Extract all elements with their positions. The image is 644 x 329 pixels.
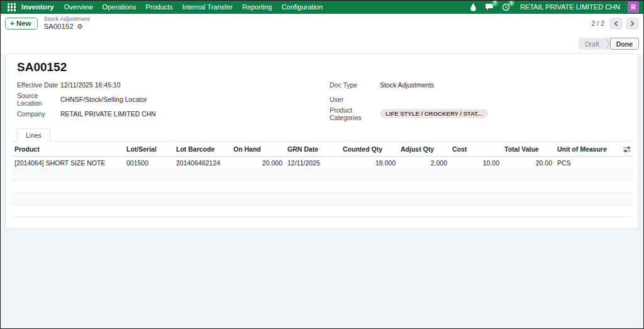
tab-lines[interactable]: Lines [17, 128, 50, 142]
status-done[interactable]: Done [610, 38, 639, 50]
field-company: Company RETAIL PRIVATE LIMITED CHN [17, 106, 330, 121]
menu-configuration[interactable]: Configuration [282, 3, 323, 11]
breadcrumb-current: SA00152 ⚙ [44, 23, 90, 31]
col-on-hand[interactable]: On Hand [231, 142, 285, 157]
cell-grn-date: 12/11/2025 [285, 157, 340, 169]
cell-uom: PCS [555, 157, 621, 169]
record-name: SA00152 [44, 23, 74, 31]
menu-internal-transfer[interactable]: Internal Transfer [182, 3, 233, 11]
notebook: Lines Product Lot/Serial Lot Barcode On … [12, 128, 632, 217]
menu-operations[interactable]: Operations [103, 3, 136, 11]
cell-lot-serial: 001500 [124, 157, 174, 169]
statusbar: Draft Done [579, 38, 639, 50]
breadcrumb: Stock Adjustment SA00152 ⚙ [44, 16, 90, 30]
col-product[interactable]: Product [12, 142, 124, 157]
empty-row [12, 181, 633, 193]
company-switcher[interactable]: RETAIL PRIVATE LIMITED CHN [520, 3, 620, 11]
col-counted-qty[interactable]: Counted Qty [340, 142, 398, 157]
cell-cost: 10.00 [450, 157, 502, 169]
messages-badge: 7 [492, 0, 498, 6]
plus-icon: + [10, 20, 14, 27]
control-panel: + New Stock Adjustment SA00152 ⚙ 2 / 2 [0, 14, 644, 33]
cell-on-hand: 20.000 [231, 157, 285, 169]
empty-row [12, 193, 633, 205]
cell-counted-qty: 18.000 [340, 157, 398, 169]
col-cost[interactable]: Cost [450, 142, 502, 157]
droplet-icon[interactable] [469, 2, 479, 12]
col-grn-date[interactable]: GRN Date [285, 142, 340, 157]
chevron-right-icon [630, 21, 635, 26]
activities-badge: 2 [508, 0, 514, 6]
field-user: User [330, 92, 632, 106]
table-row[interactable]: [2014064] SHORT SIZE NOTE 001500 2014064… [12, 157, 633, 169]
pager-next-button[interactable] [626, 18, 639, 30]
pager-previous-button[interactable] [609, 18, 623, 30]
status-draft[interactable]: Draft [579, 38, 606, 50]
lines-table: Product Lot/Serial Lot Barcode On Hand G… [12, 142, 633, 217]
col-lot-serial[interactable]: Lot/Serial [124, 142, 174, 157]
user-avatar[interactable]: R [628, 1, 639, 13]
product-category-tag: LIFE STYLE / CROCKERY / STAT... [380, 109, 488, 118]
menu-overview[interactable]: Overview [64, 3, 93, 11]
field-source-location: Source Location CHNSF/Stock/Selling Loca… [17, 92, 330, 106]
top-navbar: Inventory Overview Operations Products I… [0, 0, 644, 14]
breadcrumb-parent[interactable]: Stock Adjustment [44, 16, 90, 22]
form-statusbar-row: Draft Done [0, 33, 644, 53]
menu-reporting[interactable]: Reporting [242, 3, 272, 11]
new-button[interactable]: + New [5, 18, 38, 30]
empty-row [12, 169, 633, 181]
status-arrow-icon [606, 38, 610, 50]
app-name[interactable]: Inventory [21, 3, 54, 11]
gear-icon[interactable]: ⚙ [77, 23, 83, 30]
sliders-icon [623, 146, 631, 153]
pager: 2 / 2 [592, 18, 639, 30]
table-header-row: Product Lot/Serial Lot Barcode On Hand G… [12, 142, 633, 157]
col-adjust-qty[interactable]: Adjust Qty [398, 142, 450, 157]
cell-total-value: 20.00 [502, 157, 555, 169]
messages-icon[interactable]: 7 [485, 2, 495, 12]
field-effective-date: Effective Date 12/11/2025 16:45:10 [17, 77, 330, 92]
field-product-categories: Product Categories LIFE STYLE / CROCKERY… [330, 106, 632, 121]
empty-row [12, 205, 633, 217]
optional-columns-button[interactable] [621, 142, 633, 157]
tab-bar: Lines [12, 128, 632, 142]
field-grid: Effective Date 12/11/2025 16:45:10 Sourc… [12, 77, 632, 121]
control-panel-band: + New Stock Adjustment SA00152 ⚙ 2 / 2 D… [0, 14, 644, 53]
col-total-value[interactable]: Total Value [502, 142, 555, 157]
cell-adjust-qty: 2.000 [398, 157, 450, 169]
activities-clock-icon[interactable]: 2 [501, 2, 511, 12]
col-lot-barcode[interactable]: Lot Barcode [174, 142, 231, 157]
pager-count: 2 / 2 [592, 20, 604, 27]
page-title: SA00152 [12, 60, 632, 74]
field-doc-type: Doc Type Stock Adjustments [330, 77, 632, 92]
cell-lot-barcode: 201406462124 [174, 157, 231, 169]
cell-product: [2014064] SHORT SIZE NOTE [12, 157, 124, 169]
menu-products[interactable]: Products [145, 3, 172, 11]
col-unit-of-measure[interactable]: Unit of Measure [555, 142, 621, 157]
chevron-left-icon [614, 21, 618, 26]
main-menu: Overview Operations Products Internal Tr… [64, 3, 323, 11]
form-sheet: SA00152 Effective Date 12/11/2025 16:45:… [5, 53, 639, 229]
apps-grid-icon[interactable] [8, 3, 16, 11]
